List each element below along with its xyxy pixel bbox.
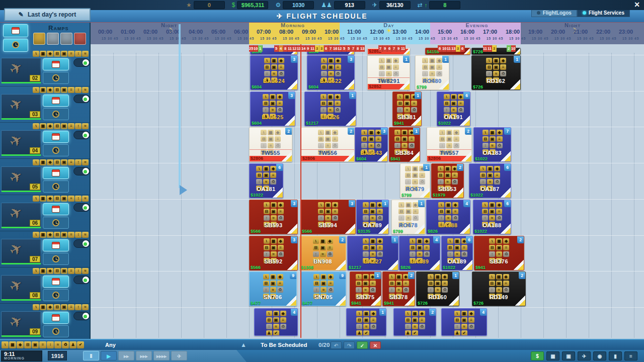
flight-block-BA3625[interactable]: \▦◆⊟▣≡↕≈♻♟✔3BA3625$604: [250, 92, 295, 126]
utility-button[interactable]: ◉: [593, 351, 606, 360]
flight-block-OA183[interactable]: \▦◆⊟▣≡↕≈♻♟✔7OA183$1022: [473, 127, 511, 162]
flight-ops-button[interactable]: ✈: [578, 351, 591, 360]
flight-block-BA3643[interactable]: \▦◆⊟▣≡↕≈♻♟✔3BA3643$604: [355, 127, 388, 162]
flight-block-OA191[interactable]: \▦◆⊟▣≡↕≈♻♟✔6OA191$1022: [437, 92, 470, 126]
ramps-calendar-button[interactable]: [3, 24, 28, 37]
skip-flight-button[interactable]: ✈: [171, 351, 187, 360]
stats-button[interactable]: ▮: [609, 351, 622, 360]
finance-button[interactable]: $: [531, 351, 544, 360]
ramp-filter-large[interactable]: [74, 33, 86, 45]
runway-icon[interactable]: \: [2, 341, 9, 348]
close-icon[interactable]: ✕: [634, 1, 640, 9]
ramp-hours-button[interactable]: [43, 108, 69, 120]
ramp-schedule-button[interactable]: [43, 167, 69, 179]
ramp-schedule-button[interactable]: [43, 95, 69, 107]
filter-any-label[interactable]: Any: [105, 342, 116, 348]
ramp-stand-thumbnail[interactable]: ✈04: [1, 130, 41, 156]
flight-block-BA488[interactable]: \▦◆⊟▣≡↕≈♻♟✔4BA488$826: [426, 200, 470, 234]
ramp-stand-thumbnail[interactable]: ✈07: [1, 239, 41, 264]
crew-icon[interactable]: ♟: [69, 341, 76, 348]
flight-block-SB553[interactable]: \▦◆⊟▣≡↕≈♻♟✔2SB553$1979: [431, 163, 464, 198]
flight-block-SN706[interactable]: \▦◆⊟▣≡↕≈♻♟✔9SN706$477: [249, 272, 297, 306]
flight-block-BA489[interactable]: \▦◆⊟▣≡↕≈♻♟✔4BA489$826: [399, 236, 440, 270]
flight-block-SB593[interactable]: \▦◆⊟▣≡↕≈♻♟✔3SB593$566: [249, 200, 298, 234]
security-icon[interactable]: ✔: [77, 341, 84, 348]
flight-block-SB378[interactable]: \▦◆⊟▣≡↕≈♻♟✔2SB378$941: [382, 272, 415, 306]
flight-block-TW557[interactable]: \▦◆⊟▣≡↕≈♻♟✔2TW557$2806: [427, 127, 472, 162]
flight-block-TW8291[interactable]: \▦◆⊟▣≡↕≈♻♟✔1TW8291$2852: [367, 55, 410, 90]
cancel-button[interactable]: ✕: [370, 341, 381, 349]
flight-block-RD160[interactable]: \▦◆⊟▣≡↕≈♻♟✔1RD160$726: [416, 272, 459, 306]
ramp-enabled-toggle[interactable]: [73, 239, 90, 248]
ramp-hours-button[interactable]: [43, 253, 69, 265]
ramp-stand-thumbnail[interactable]: ✈09: [1, 311, 41, 337]
faster-forward-button[interactable]: ▸▸▸: [136, 351, 152, 360]
flight-block-SB381[interactable]: \▦◆⊟▣≡↕≈♻♟✔1SB381$941: [392, 92, 422, 126]
ramp-stand-thumbnail[interactable]: ✈08: [1, 275, 41, 301]
ramp-enabled-toggle[interactable]: [73, 95, 90, 103]
catering-icon[interactable]: ▣: [32, 341, 39, 348]
flight-block-RD149[interactable]: \▦◆⊟▣≡↕≈♻♟✔2RD149$726: [472, 272, 526, 306]
play-button[interactable]: ▶: [101, 351, 117, 360]
ramp-filter-medium[interactable]: [47, 33, 59, 45]
flight-block-SB376[interactable]: \▦◆⊟▣≡↕≈♻♟✔2SB376$941: [474, 236, 524, 270]
flight-block-BA3624[interactable]: \▦◆⊟▣≡↕≈♻♟✔3BA3624$604: [250, 55, 298, 90]
menu-button[interactable]: ≡: [624, 351, 637, 360]
ramp-hours-button[interactable]: [43, 325, 69, 337]
fuel-icon[interactable]: ◆: [17, 341, 24, 348]
flight-block-SB592[interactable]: \▦◆⊟▣≡↕≈♻♟✔3SB592$566: [249, 236, 298, 270]
ramp-enabled-toggle[interactable]: [73, 276, 90, 284]
ramp-schedule-button[interactable]: [43, 312, 69, 324]
ramp-enabled-toggle[interactable]: [73, 167, 90, 175]
time-scrubber-line[interactable]: [179, 24, 181, 188]
flight-block-TW556[interactable]: \▦◆⊟▣≡↕≈♻♟✔2TW556$2806: [301, 127, 355, 162]
time-scrubber-handle[interactable]: [180, 185, 187, 195]
lift-icon[interactable]: ↕: [47, 341, 54, 348]
ramp-enabled-toggle[interactable]: [73, 131, 90, 139]
ramp-stand-thumbnail[interactable]: ✈05: [1, 166, 41, 192]
ramp-filter-small[interactable]: [33, 33, 45, 45]
ramp-hours-button[interactable]: [43, 217, 69, 229]
flight-block-SB375[interactable]: \▦◆⊟▣≡↕≈♻♟✔1SB375$941: [350, 272, 381, 306]
ramp-enabled-toggle[interactable]: [73, 58, 90, 67]
pause-button[interactable]: ‖: [83, 351, 99, 360]
flight-block-TW555[interactable]: \▦◆⊟▣≡↕≈♻♟✔2TW555$2806: [249, 127, 292, 162]
ramp-stand-thumbnail[interactable]: ✈06: [1, 203, 41, 228]
fastest-forward-button[interactable]: ▸▸▸▸: [153, 351, 170, 360]
ramp-schedule-button[interactable]: [43, 203, 69, 215]
ramp-hours-button[interactable]: [43, 180, 69, 193]
flight-block-cutoff[interactable]: \▦◆⊟▣≡↕≈♻♟✔4: [254, 308, 298, 336]
ramp-schedule-button[interactable]: [43, 58, 69, 70]
ramp-schedule-button[interactable]: [43, 276, 69, 288]
flight-block-OA789[interactable]: \▦◆⊟▣≡↕≈♻♟✔1OA789$3135: [356, 200, 389, 234]
ramp-hours-button[interactable]: [43, 144, 69, 156]
last-days-report-button[interactable]: ✎ Last day's report: [4, 8, 91, 21]
flight-block-RO478[interactable]: \▦◆⊟▣≡↕≈♻♟✔1RO478$799: [391, 200, 425, 234]
flight-block-BA3622[interactable]: \▦◆⊟▣≡↕≈♻♟✔3BA3622$604: [307, 55, 355, 90]
ramp-hours-button[interactable]: [43, 289, 69, 301]
confirm-button[interactable]: ✓: [357, 341, 368, 349]
ramp-schedule-button[interactable]: [43, 131, 69, 143]
bus-icon[interactable]: ⊟: [24, 341, 31, 348]
ramp-enabled-toggle[interactable]: [73, 312, 90, 320]
flight-block-OA188[interactable]: \▦◆⊟▣≡↕≈♻♟✔6OA188$1022: [473, 200, 511, 234]
flight-block-RO479[interactable]: \▦◆⊟▣≡↕≈♻♟✔1RO479$799: [400, 163, 430, 198]
flight-block-SB384[interactable]: \▦◆⊟▣≡↕≈♻♟✔1SB384$941: [389, 127, 420, 162]
ramp-stand-thumbnail[interactable]: ✈02: [1, 58, 41, 83]
ramp-filter-map[interactable]: [60, 33, 72, 45]
redo-button[interactable]: ↷: [344, 341, 355, 349]
flight-block-cutoff[interactable]: \▦◆⊟▣≡↕≈♻♟✔2: [393, 308, 436, 336]
flight-block-RD162[interactable]: \▦◆⊟▣≡↕≈♻♟✔1RD162$726: [471, 55, 521, 90]
ramp-enabled-toggle[interactable]: [73, 203, 90, 212]
flight-block-OA181[interactable]: \▦◆⊟▣≡↕≈♻♟✔6OA181$1022: [249, 163, 283, 198]
flight-block-SN705[interactable]: \▦◆⊟▣≡↕≈♻♟✔9SN705$477: [301, 272, 346, 306]
vehicle-button[interactable]: ▣: [562, 351, 575, 360]
flight-block-OA187[interactable]: \▦◆⊟▣≡↕≈♻♟✔6OA187$1022: [469, 163, 511, 198]
ramp-stand-thumbnail[interactable]: ✈03: [1, 94, 41, 120]
build-button[interactable]: ▦: [546, 351, 559, 360]
flight-block-BA227[interactable]: \▦◆⊟▣≡↕≈♻♟✔1BA227$1217: [347, 236, 398, 270]
flight-block-cutoff[interactable]: \▦◆⊟▣≡↕≈♻♟✔1: [346, 308, 386, 336]
baggage-icon[interactable]: ▦: [9, 341, 16, 348]
collapse-panel-icon[interactable]: ▲: [240, 341, 247, 348]
fast-forward-button[interactable]: ▸▸: [118, 351, 134, 360]
